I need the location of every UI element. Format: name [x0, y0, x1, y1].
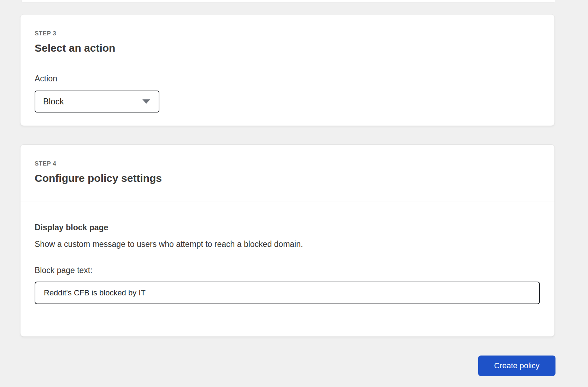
step3-card-content: STEP 3 Select an action Action Block [20, 15, 554, 127]
chevron-down-icon [142, 99, 150, 104]
block-page-text-label: Block page text: [35, 266, 540, 275]
action-field-label: Action [35, 74, 540, 83]
display-block-page-description: Show a custom message to users who attem… [35, 239, 540, 249]
step4-card-header: STEP 4 Configure policy settings [20, 145, 554, 202]
display-block-page-heading: Display block page [35, 223, 540, 232]
step3-card: STEP 3 Select an action Action Block [20, 14, 555, 126]
step4-card-body: Display block page Show a custom message… [20, 202, 554, 304]
policy-builder-page: { "cards": { "step3": { "step_label": "S… [0, 0, 588, 387]
action-select-value: Block [43, 97, 64, 106]
action-select[interactable]: Block [35, 91, 159, 112]
step4-label: STEP 4 [35, 160, 540, 167]
step4-card: STEP 4 Configure policy settings Display… [20, 144, 555, 337]
step3-label: STEP 3 [35, 30, 540, 37]
step4-title: Configure policy settings [35, 172, 540, 185]
step3-title: Select an action [35, 42, 540, 54]
create-policy-button[interactable]: Create policy [478, 356, 555, 376]
block-page-text-input[interactable] [35, 282, 540, 304]
scrolled-panel-bottom-edge [22, 0, 555, 2]
